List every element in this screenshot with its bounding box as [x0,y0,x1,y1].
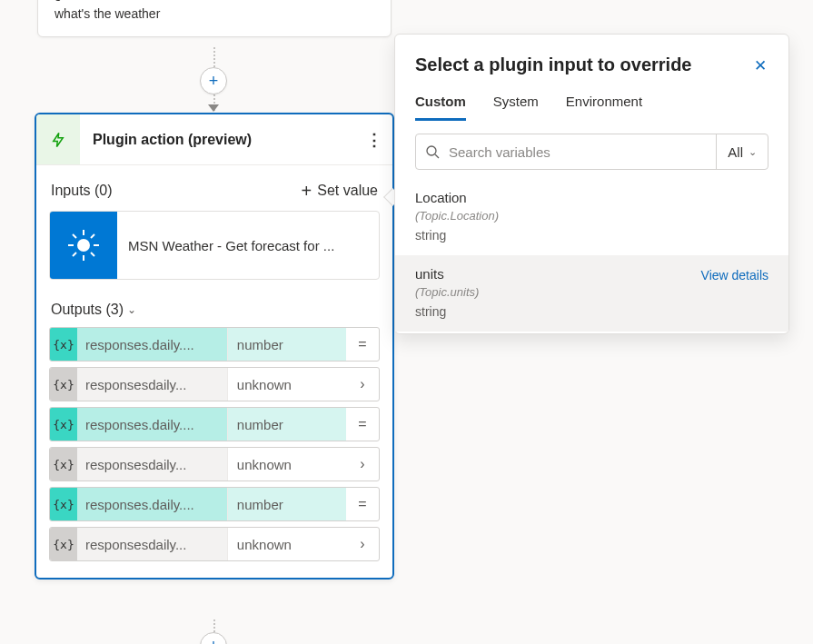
output-name: responsesdaily... [77,448,227,481]
msn-weather-icon [50,212,117,279]
output-type: number [227,408,346,441]
outputs-toggle[interactable]: Outputs (3) ⌄ [49,298,380,327]
override-flyout: Select a plugin input to override ✕ Cust… [394,34,789,334]
output-item[interactable]: {x}responses.daily....number= [49,327,380,362]
more-icon: ⋮ [366,130,382,150]
variable-item[interactable]: units(Topic.units)stringView details [395,255,788,332]
equals-icon: = [346,408,379,441]
variable-item[interactable]: Location(Topic.Location)string [395,179,788,255]
filter-dropdown[interactable]: All ⌄ [716,134,768,169]
variable-path: (Topic.Location) [415,209,768,223]
close-icon: ✕ [754,57,767,74]
output-type: unknown [227,528,346,560]
output-item[interactable]: {x}responses.daily....number= [49,407,380,441]
output-type: unknown [227,448,346,481]
output-name: responses.daily.... [77,488,227,520]
trigger-phrase: what's the weather [55,5,374,25]
chevron-down-icon: ⌄ [749,146,757,158]
tab-custom[interactable]: Custom [415,94,466,121]
chevron-right-icon: › [346,368,379,401]
svg-point-0 [77,239,90,252]
add-node-button[interactable]: + [200,67,227,94]
output-name: responsesdaily... [77,368,227,401]
svg-line-7 [73,253,76,256]
card-title: Plugin action (preview) [80,114,356,164]
equals-icon: = [346,328,379,361]
search-box [416,134,716,169]
tab-environment[interactable]: Environment [566,94,642,120]
set-value-label: Set value [317,183,378,199]
view-details-link[interactable]: View details [701,268,768,282]
connector-row[interactable]: MSN Weather - Get forecast for ... [49,211,380,280]
sun-icon [65,227,102,263]
chevron-right-icon: › [346,448,379,481]
connector-name: MSN Weather - Get forecast for ... [117,212,379,279]
flyout-title: Select a plugin input to override [415,54,691,75]
add-node-button[interactable]: + [200,632,227,644]
variable-chip-icon: {x} [50,488,77,520]
svg-line-5 [73,234,76,238]
output-item[interactable]: {x}responses.daily....number= [49,487,380,521]
output-list: {x}responses.daily....number={x}response… [49,327,380,561]
variable-chip-icon: {x} [50,328,77,361]
output-item[interactable]: {x}responsesdaily...unknown› [49,447,380,481]
chevron-right-icon: › [346,528,379,560]
close-button[interactable]: ✕ [752,54,768,77]
output-type: number [227,328,346,361]
tab-system[interactable]: System [493,94,539,120]
filter-label: All [728,144,743,160]
variable-type: string [415,304,768,319]
svg-line-6 [91,253,94,256]
output-item[interactable]: {x}responsesdaily...unknown› [49,367,380,401]
equals-icon: = [346,488,379,520]
card-menu-button[interactable]: ⋮ [356,114,392,164]
plugin-action-card[interactable]: Plugin action (preview) ⋮ Inputs (0) + S… [35,113,394,580]
outputs-label: Outputs (3) [51,302,124,318]
variable-chip-icon: {x} [50,408,77,441]
output-type: unknown [227,368,346,401]
variable-name: Location [415,190,768,205]
variable-list: Location(Topic.Location)stringunits(Topi… [395,179,788,332]
chevron-down-icon: ⌄ [127,303,136,316]
variable-type: string [415,228,768,243]
search-row: All ⌄ [415,134,768,170]
output-name: responses.daily.... [77,328,227,361]
svg-line-8 [91,234,94,238]
output-item[interactable]: {x}responsesdaily...unknown› [49,527,380,561]
arrow-down-icon [208,104,219,112]
bolt-icon [50,130,66,150]
svg-point-9 [427,146,436,155]
variable-chip-icon: {x} [50,528,77,560]
card-header: Plugin action (preview) ⋮ [36,114,392,165]
search-input[interactable] [447,144,707,161]
variable-path: (Topic.units) [415,285,768,299]
plus-icon: + [209,637,219,645]
variable-chip-icon: {x} [50,448,77,481]
tabs: CustomSystemEnvironment [415,94,768,121]
plus-icon: + [302,182,312,200]
card-icon-box [36,114,80,164]
svg-line-10 [435,154,439,158]
search-icon [425,144,440,159]
trigger-card: get weather what's the weather [37,0,392,37]
plus-icon: + [209,72,219,91]
variable-chip-icon: {x} [50,368,77,401]
output-name: responsesdaily... [77,528,227,560]
output-type: number [227,488,346,520]
output-name: responses.daily.... [77,408,227,441]
set-value-button[interactable]: + Set value [302,182,378,200]
inputs-label: Inputs (0) [51,183,113,199]
